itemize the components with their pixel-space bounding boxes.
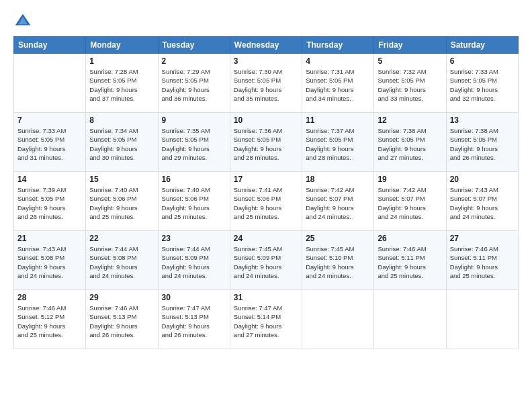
calendar-day-29: 29Sunrise: 7:46 AM Sunset: 5:13 PM Dayli… (86, 290, 158, 349)
day-number: 7 (17, 116, 82, 125)
calendar-weekday-wednesday: Wednesday (230, 37, 302, 54)
calendar-day-7: 7Sunrise: 7:33 AM Sunset: 5:05 PM Daylig… (14, 113, 86, 172)
day-number: 19 (378, 175, 442, 184)
day-info: Sunrise: 7:46 AM Sunset: 5:11 PM Dayligh… (450, 244, 515, 280)
day-info: Sunrise: 7:42 AM Sunset: 5:07 PM Dayligh… (378, 185, 442, 221)
calendar-day-20: 20Sunrise: 7:43 AM Sunset: 5:07 PM Dayli… (446, 172, 518, 231)
day-number: 18 (306, 175, 370, 184)
calendar-empty-cell (374, 290, 446, 349)
day-number: 25 (306, 234, 370, 243)
day-info: Sunrise: 7:44 AM Sunset: 5:09 PM Dayligh… (162, 244, 226, 280)
calendar-day-14: 14Sunrise: 7:39 AM Sunset: 5:05 PM Dayli… (14, 172, 86, 231)
day-info: Sunrise: 7:47 AM Sunset: 5:14 PM Dayligh… (234, 304, 298, 339)
calendar-day-9: 9Sunrise: 7:35 AM Sunset: 5:05 PM Daylig… (158, 113, 230, 172)
day-number: 15 (89, 175, 154, 184)
day-number: 26 (378, 234, 442, 243)
calendar-weekday-thursday: Thursday (302, 37, 374, 54)
day-info: Sunrise: 7:46 AM Sunset: 5:12 PM Dayligh… (17, 304, 82, 339)
calendar-day-18: 18Sunrise: 7:42 AM Sunset: 5:07 PM Dayli… (302, 172, 374, 231)
calendar-weekday-tuesday: Tuesday (158, 37, 230, 54)
day-info: Sunrise: 7:45 AM Sunset: 5:09 PM Dayligh… (234, 244, 298, 280)
day-info: Sunrise: 7:31 AM Sunset: 5:05 PM Dayligh… (306, 67, 370, 103)
day-number: 5 (378, 56, 442, 66)
calendar-weekday-sunday: Sunday (14, 37, 86, 54)
day-info: Sunrise: 7:46 AM Sunset: 5:13 PM Dayligh… (89, 304, 154, 339)
calendar-empty-cell (14, 54, 86, 113)
day-number: 10 (234, 116, 298, 125)
day-number: 13 (450, 116, 515, 125)
day-info: Sunrise: 7:39 AM Sunset: 5:05 PM Dayligh… (17, 185, 82, 221)
calendar-weekday-saturday: Saturday (446, 37, 518, 54)
calendar-day-26: 26Sunrise: 7:46 AM Sunset: 5:11 PM Dayli… (374, 231, 446, 290)
logo-icon (13, 12, 32, 31)
day-info: Sunrise: 7:45 AM Sunset: 5:10 PM Dayligh… (306, 244, 370, 280)
calendar-week-4: 21Sunrise: 7:43 AM Sunset: 5:08 PM Dayli… (14, 231, 519, 290)
calendar-day-1: 1Sunrise: 7:28 AM Sunset: 5:05 PM Daylig… (86, 54, 158, 113)
day-info: Sunrise: 7:38 AM Sunset: 5:05 PM Dayligh… (378, 126, 442, 162)
logo (13, 12, 35, 31)
day-number: 6 (450, 56, 515, 66)
day-info: Sunrise: 7:44 AM Sunset: 5:08 PM Dayligh… (89, 244, 154, 280)
calendar-day-13: 13Sunrise: 7:38 AM Sunset: 5:05 PM Dayli… (446, 113, 518, 172)
day-info: Sunrise: 7:36 AM Sunset: 5:05 PM Dayligh… (234, 126, 298, 162)
day-number: 20 (450, 175, 515, 184)
day-number: 31 (234, 293, 298, 302)
calendar-day-15: 15Sunrise: 7:40 AM Sunset: 5:06 PM Dayli… (86, 172, 158, 231)
calendar-day-3: 3Sunrise: 7:30 AM Sunset: 5:05 PM Daylig… (230, 54, 302, 113)
calendar-day-19: 19Sunrise: 7:42 AM Sunset: 5:07 PM Dayli… (374, 172, 446, 231)
day-info: Sunrise: 7:32 AM Sunset: 5:05 PM Dayligh… (378, 67, 442, 103)
day-info: Sunrise: 7:43 AM Sunset: 5:08 PM Dayligh… (17, 244, 82, 280)
day-info: Sunrise: 7:42 AM Sunset: 5:07 PM Dayligh… (306, 185, 370, 221)
calendar-day-5: 5Sunrise: 7:32 AM Sunset: 5:05 PM Daylig… (374, 54, 446, 113)
day-info: Sunrise: 7:47 AM Sunset: 5:13 PM Dayligh… (162, 304, 226, 339)
day-info: Sunrise: 7:34 AM Sunset: 5:05 PM Dayligh… (89, 126, 154, 162)
day-info: Sunrise: 7:41 AM Sunset: 5:06 PM Dayligh… (234, 185, 298, 221)
calendar-day-6: 6Sunrise: 7:33 AM Sunset: 5:05 PM Daylig… (446, 54, 518, 113)
calendar-day-4: 4Sunrise: 7:31 AM Sunset: 5:05 PM Daylig… (302, 54, 374, 113)
day-number: 22 (89, 234, 154, 243)
page: SundayMondayTuesdayWednesdayThursdayFrid… (0, 0, 532, 411)
calendar-day-22: 22Sunrise: 7:44 AM Sunset: 5:08 PM Dayli… (86, 231, 158, 290)
day-number: 27 (450, 234, 515, 243)
calendar-table: SundayMondayTuesdayWednesdayThursdayFrid… (13, 36, 519, 349)
day-number: 16 (162, 175, 226, 184)
calendar-weekday-friday: Friday (374, 37, 446, 54)
calendar-day-11: 11Sunrise: 7:37 AM Sunset: 5:05 PM Dayli… (302, 113, 374, 172)
day-number: 4 (306, 56, 370, 66)
calendar-day-8: 8Sunrise: 7:34 AM Sunset: 5:05 PM Daylig… (86, 113, 158, 172)
day-number: 3 (234, 56, 298, 66)
calendar-day-30: 30Sunrise: 7:47 AM Sunset: 5:13 PM Dayli… (158, 290, 230, 349)
calendar-day-2: 2Sunrise: 7:29 AM Sunset: 5:05 PM Daylig… (158, 54, 230, 113)
calendar-weekday-monday: Monday (86, 37, 158, 54)
calendar-day-16: 16Sunrise: 7:40 AM Sunset: 5:06 PM Dayli… (158, 172, 230, 231)
day-number: 21 (17, 234, 82, 243)
day-number: 14 (17, 175, 82, 184)
calendar-day-28: 28Sunrise: 7:46 AM Sunset: 5:12 PM Dayli… (14, 290, 86, 349)
day-number: 11 (306, 116, 370, 125)
day-info: Sunrise: 7:40 AM Sunset: 5:06 PM Dayligh… (89, 185, 154, 221)
calendar-day-12: 12Sunrise: 7:38 AM Sunset: 5:05 PM Dayli… (374, 113, 446, 172)
day-info: Sunrise: 7:38 AM Sunset: 5:05 PM Dayligh… (450, 126, 515, 162)
day-number: 28 (17, 293, 82, 302)
day-info: Sunrise: 7:46 AM Sunset: 5:11 PM Dayligh… (378, 244, 442, 280)
calendar-empty-cell (446, 290, 518, 349)
calendar-week-3: 14Sunrise: 7:39 AM Sunset: 5:05 PM Dayli… (14, 172, 519, 231)
calendar-day-27: 27Sunrise: 7:46 AM Sunset: 5:11 PM Dayli… (446, 231, 518, 290)
day-number: 2 (162, 56, 226, 66)
day-number: 17 (234, 175, 298, 184)
day-number: 24 (234, 234, 298, 243)
day-number: 23 (162, 234, 226, 243)
day-number: 29 (89, 293, 154, 302)
day-info: Sunrise: 7:28 AM Sunset: 5:05 PM Dayligh… (89, 67, 154, 103)
calendar-week-2: 7Sunrise: 7:33 AM Sunset: 5:05 PM Daylig… (14, 113, 519, 172)
calendar-day-17: 17Sunrise: 7:41 AM Sunset: 5:06 PM Dayli… (230, 172, 302, 231)
calendar-day-23: 23Sunrise: 7:44 AM Sunset: 5:09 PM Dayli… (158, 231, 230, 290)
day-number: 9 (162, 116, 226, 125)
day-info: Sunrise: 7:30 AM Sunset: 5:05 PM Dayligh… (234, 67, 298, 103)
calendar-day-21: 21Sunrise: 7:43 AM Sunset: 5:08 PM Dayli… (14, 231, 86, 290)
day-number: 8 (89, 116, 154, 125)
calendar-day-24: 24Sunrise: 7:45 AM Sunset: 5:09 PM Dayli… (230, 231, 302, 290)
day-info: Sunrise: 7:33 AM Sunset: 5:05 PM Dayligh… (17, 126, 82, 162)
day-info: Sunrise: 7:33 AM Sunset: 5:05 PM Dayligh… (450, 67, 515, 103)
day-info: Sunrise: 7:35 AM Sunset: 5:05 PM Dayligh… (162, 126, 226, 162)
